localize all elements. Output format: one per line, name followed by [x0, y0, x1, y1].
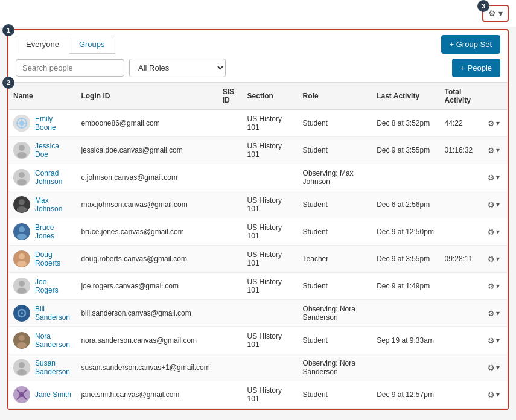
row-gear-button-0[interactable]: ⚙ ▾	[488, 119, 503, 128]
cell-lastactivity-7	[372, 300, 439, 327]
cell-lastactivity-10: Dec 9 at 12:57pm	[372, 381, 439, 409]
top-bar: 3 ⚙ ▾	[0, 0, 516, 27]
row-gear-button-1[interactable]: ⚙ ▾	[488, 146, 503, 155]
cell-lastactivity-1: Dec 9 at 3:55pm	[372, 137, 439, 164]
name-link-10[interactable]: Jane Smith	[35, 390, 71, 399]
row-gear-icon-2: ⚙	[488, 173, 495, 182]
cell-lastactivity-8: Sep 19 at 9:33am	[372, 327, 439, 354]
row-gear-button-6[interactable]: ⚙ ▾	[488, 282, 503, 291]
cell-action-2[interactable]: ⚙ ▾	[483, 164, 508, 191]
cell-sisid-0	[218, 110, 243, 137]
row-gear-button-2[interactable]: ⚙ ▾	[488, 173, 503, 182]
cell-sisid-4	[218, 218, 243, 246]
cell-action-6[interactable]: ⚙ ▾	[483, 273, 508, 300]
row-chevron-icon-7: ▾	[496, 309, 500, 317]
cell-name-2: Conrad Johnson	[8, 164, 76, 191]
cell-lastactivity-6: Dec 9 at 1:49pm	[372, 273, 439, 300]
name-link-4[interactable]: Bruce Jones	[35, 223, 71, 240]
gear-chevron-icon: ▾	[498, 8, 503, 18]
row-gear-button-9[interactable]: ⚙ ▾	[488, 363, 503, 372]
svg-point-18	[19, 253, 25, 259]
name-link-3[interactable]: Max Johnson	[35, 196, 71, 213]
cell-sisid-10	[218, 381, 243, 409]
name-link-8[interactable]: Nora Sanderson	[35, 332, 71, 349]
cell-loginid-9: susan.sanderson.canvas+1@gmail.com	[76, 354, 217, 381]
avatar-8	[13, 332, 30, 349]
filter-row: All Roles Student Teacher Observer Desig…	[16, 59, 500, 77]
col-header-lastactivity: Last Activity	[372, 83, 439, 110]
cell-sisid-6	[218, 273, 243, 300]
cell-action-10[interactable]: ⚙ ▾	[483, 381, 508, 409]
cell-lastactivity-5: Dec 9 at 3:55pm	[372, 246, 439, 273]
name-link-6[interactable]: Joe Rogers	[35, 278, 71, 294]
avatar-0	[13, 115, 30, 132]
cell-action-4[interactable]: ⚙ ▾	[483, 218, 508, 246]
row-gear-button-7[interactable]: ⚙ ▾	[488, 309, 503, 318]
search-input[interactable]	[16, 59, 124, 77]
cell-section-10: US History 101	[243, 381, 298, 409]
people-button[interactable]: + People	[452, 59, 500, 77]
row-chevron-icon-9: ▾	[496, 363, 500, 372]
people-table: Name Login ID SIS ID Section Role Last A…	[8, 83, 508, 409]
avatar-4	[13, 223, 30, 240]
name-link-2[interactable]: Conrad Johnson	[35, 169, 71, 186]
cell-lastactivity-0: Dec 8 at 3:52pm	[372, 110, 439, 137]
cell-role-6: Student	[298, 273, 372, 300]
group-set-button[interactable]: + Group Set	[441, 35, 500, 54]
svg-point-22	[17, 288, 27, 294]
cell-loginid-4: bruce.jones.canvas@gmail.com	[76, 218, 217, 246]
filter-left: All Roles Student Teacher Observer Desig…	[16, 59, 226, 77]
tab-everyone[interactable]: Everyone	[16, 36, 69, 54]
row-gear-button-5[interactable]: ⚙ ▾	[488, 255, 503, 264]
avatar-10	[13, 386, 30, 403]
cell-action-9[interactable]: ⚙ ▾	[483, 354, 508, 381]
svg-point-6	[19, 145, 25, 151]
cell-action-0[interactable]: ⚙ ▾	[483, 110, 508, 137]
cell-lastactivity-3: Dec 6 at 2:56pm	[372, 191, 439, 218]
row-gear-button-3[interactable]: ⚙ ▾	[488, 200, 503, 209]
cell-totalactivity-7	[440, 300, 483, 327]
row-chevron-icon-3: ▾	[496, 200, 500, 209]
name-link-7[interactable]: Bill Sanderson	[35, 305, 71, 322]
svg-point-10	[17, 179, 27, 185]
cell-action-8[interactable]: ⚙ ▾	[483, 327, 508, 354]
name-link-1[interactable]: Jessica Doe	[35, 142, 71, 159]
avatar-9	[13, 359, 30, 376]
cell-action-5[interactable]: ⚙ ▾	[483, 246, 508, 273]
col-header-section: Section	[243, 83, 298, 110]
cell-role-4: Student	[298, 218, 372, 246]
cell-section-4: US History 101	[243, 218, 298, 246]
cell-action-1[interactable]: ⚙ ▾	[483, 137, 508, 164]
table-row: Jane Smith jane.smith.canvas@gmail.com U…	[8, 381, 508, 409]
cell-totalactivity-1: 01:16:32	[440, 137, 483, 164]
badge-3: 3	[477, 0, 489, 12]
tab-groups[interactable]: Groups	[69, 36, 115, 54]
row-gear-button-4[interactable]: ⚙ ▾	[488, 228, 503, 237]
cell-name-8: Nora Sanderson	[8, 327, 76, 354]
svg-point-13	[17, 206, 27, 212]
cell-section-8: US History 101	[243, 327, 298, 354]
row-gear-icon-10: ⚙	[488, 390, 495, 399]
svg-point-9	[19, 172, 25, 178]
cell-totalactivity-8	[440, 327, 483, 354]
cell-name-5: Doug Roberts	[8, 246, 76, 273]
role-select[interactable]: All Roles Student Teacher Observer Desig…	[129, 59, 226, 77]
row-gear-button-10[interactable]: ⚙ ▾	[488, 390, 503, 399]
cell-role-3: Student	[298, 191, 372, 218]
name-link-5[interactable]: Doug Roberts	[35, 250, 71, 267]
gear-settings-button[interactable]: 3 ⚙ ▾	[482, 5, 509, 22]
avatar-3	[13, 196, 30, 213]
row-gear-button-8[interactable]: ⚙ ▾	[488, 336, 503, 345]
svg-point-19	[17, 261, 27, 267]
table-row: Conrad Johnson c.johnson.canvas@gmail.co…	[8, 164, 508, 191]
cell-sisid-7	[218, 300, 243, 327]
name-link-9[interactable]: Susan Sanderson	[35, 359, 71, 376]
cell-role-5: Teacher	[298, 246, 372, 273]
name-link-0[interactable]: Emily Boone	[35, 115, 71, 132]
cell-action-7[interactable]: ⚙ ▾	[483, 300, 508, 327]
cell-action-3[interactable]: ⚙ ▾	[483, 191, 508, 218]
cell-role-10: Student	[298, 381, 372, 409]
row-gear-icon-7: ⚙	[488, 309, 495, 318]
cell-lastactivity-4: Dec 9 at 12:50pm	[372, 218, 439, 246]
tabs-row: Everyone Groups + Group Set	[16, 35, 500, 54]
